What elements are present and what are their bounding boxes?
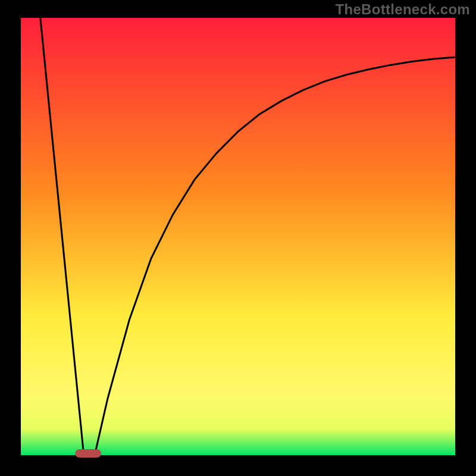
vertex-marker [75,449,101,458]
chart-frame: TheBottleneck.com [0,0,476,476]
watermark-text: TheBottleneck.com [336,1,470,18]
bottleneck-chart [0,0,476,476]
gradient-plot-area [21,18,455,455]
